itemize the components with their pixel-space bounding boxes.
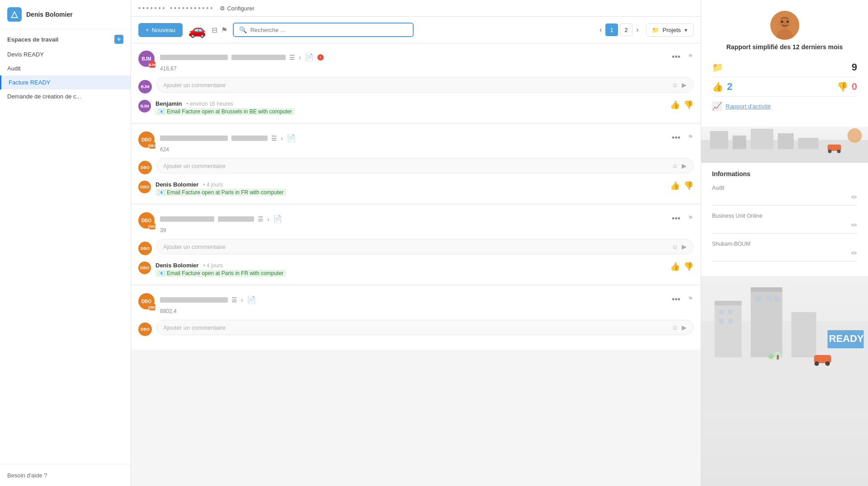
feed-item-title: ☰ › 📄 ••• bbox=[160, 212, 682, 225]
audit-edit-icon[interactable]: ✏ bbox=[851, 193, 857, 201]
more-options-button[interactable]: ••• bbox=[670, 212, 682, 225]
page-2-button[interactable]: 2 bbox=[620, 23, 632, 36]
thumbdown-icon[interactable]: 👎 bbox=[684, 262, 693, 271]
thumbup-icon[interactable]: 👍 bbox=[670, 181, 680, 191]
main-header: ••••••• ••••••••••• ⚙ Configurer bbox=[131, 0, 701, 17]
feed-item-content: ☰ › 📄 ••• 39 bbox=[160, 212, 682, 234]
comment-icons: ☺ ▶ bbox=[672, 81, 687, 89]
svg-point-3 bbox=[781, 21, 783, 23]
title-blurred-2 bbox=[231, 55, 286, 60]
page-1-button[interactable]: 1 bbox=[605, 23, 618, 36]
feed: BJM BJM ☰ › 📄 ! bbox=[131, 43, 701, 486]
more-options-button[interactable]: ••• bbox=[670, 293, 682, 306]
projects-dropdown[interactable]: 📁 Projets ▾ bbox=[646, 23, 693, 37]
comment-input[interactable]: Ajouter un commentaire ☺ ▶ bbox=[156, 158, 693, 173]
svg-rect-25 bbox=[767, 296, 772, 302]
svg-point-1 bbox=[779, 17, 790, 28]
commenter-avatar: DBO bbox=[138, 161, 152, 174]
svg-rect-6 bbox=[710, 131, 728, 149]
svg-point-11 bbox=[848, 128, 862, 143]
rapport-activite-button[interactable]: 📈 Rapport d'activité bbox=[712, 97, 857, 116]
send-icon[interactable]: ▶ bbox=[682, 81, 687, 89]
search-input[interactable] bbox=[250, 27, 407, 33]
flag-icon[interactable]: ⚑ bbox=[688, 133, 693, 140]
comment-input[interactable]: Ajouter un commentaire ☺ ▶ bbox=[156, 77, 693, 93]
new-button[interactable]: + Nouveau bbox=[138, 23, 183, 37]
list-icon[interactable]: ☰ bbox=[258, 215, 264, 223]
sidebar-username: Denis Bolomier bbox=[26, 11, 73, 18]
add-workspace-button[interactable]: + bbox=[114, 35, 123, 44]
more-options-button[interactable]: ••• bbox=[670, 51, 682, 64]
shubam-edit-icon[interactable]: ✏ bbox=[851, 249, 857, 257]
thumbup-icon[interactable]: 👍 bbox=[670, 262, 680, 271]
configure-button[interactable]: ⚙ Configurer bbox=[220, 5, 255, 12]
right-panel: Rapport simplifié des 12 derniers mois 📁… bbox=[701, 0, 868, 486]
stats-row-thumbs: 👍 2 👎 0 bbox=[712, 77, 857, 97]
sidebar-item-demande[interactable]: Demande de création de c... bbox=[0, 89, 131, 103]
avatar-container: DBO DBO bbox=[138, 212, 155, 229]
business-unit-edit-icon[interactable]: ✏ bbox=[851, 221, 857, 229]
plus-icon: + bbox=[146, 27, 149, 33]
flag-icon[interactable]: ⚑ bbox=[688, 214, 693, 221]
like-section: 👍 👎 bbox=[670, 100, 693, 110]
thumbdown-icon[interactable]: 👎 bbox=[684, 181, 693, 191]
send-icon[interactable]: ▶ bbox=[682, 243, 687, 250]
business-unit-label: Business Unit Online bbox=[712, 213, 857, 219]
filter-icon[interactable]: ⊟ bbox=[212, 26, 217, 34]
document-icon[interactable]: 📄 bbox=[305, 53, 314, 61]
document-icon[interactable]: 📄 bbox=[273, 215, 282, 223]
svg-rect-23 bbox=[751, 287, 783, 292]
feed-item-amount: 39 bbox=[160, 227, 682, 234]
help-link[interactable]: Besoin d'aide ? bbox=[7, 472, 47, 479]
document-icon[interactable]: 📄 bbox=[247, 295, 256, 304]
more-options-button[interactable]: ••• bbox=[670, 131, 682, 145]
avatar-container: BJM BJM bbox=[138, 51, 155, 67]
emoji-icon[interactable]: ☺ bbox=[672, 324, 678, 331]
svg-text:READY: READY bbox=[829, 333, 864, 344]
info-field-business-unit: Business Unit Online ✏ bbox=[712, 213, 857, 234]
sidebar-item-audit[interactable]: Audit bbox=[0, 61, 131, 75]
emoji-icon[interactable]: ☺ bbox=[672, 162, 678, 169]
avatar-badge: DBO bbox=[149, 142, 156, 149]
comment-input[interactable]: Ajouter un commentaire ☺ ▶ bbox=[156, 320, 693, 335]
svg-rect-26 bbox=[774, 296, 780, 302]
feed-item-content: ☰ › 📄 ••• 624 bbox=[160, 131, 682, 153]
document-icon[interactable]: 📄 bbox=[287, 134, 296, 142]
emoji-icon[interactable]: ☺ bbox=[672, 81, 678, 89]
avatar-badge: BJM bbox=[149, 61, 156, 68]
feed-item-content: ☰ › 📄 ••• 8802,4 bbox=[160, 293, 682, 314]
feed-item-amount: 416,67 bbox=[160, 65, 682, 72]
feed-item-content: ☰ › 📄 ! ••• 416,67 bbox=[160, 51, 682, 72]
comment-avatar: BJM bbox=[138, 100, 151, 112]
emoji-icon[interactable]: ☺ bbox=[672, 243, 678, 250]
thumbdown-icon[interactable]: 👎 bbox=[684, 100, 693, 110]
stat-folder: 📁 bbox=[712, 62, 723, 73]
next-page-button[interactable]: › bbox=[634, 24, 640, 36]
flag-icon[interactable]: ⚑ bbox=[688, 295, 693, 302]
feed-item-header: BJM BJM ☰ › 📄 ! bbox=[138, 51, 693, 72]
svg-point-13 bbox=[828, 150, 832, 153]
list-icon[interactable]: ☰ bbox=[289, 54, 295, 61]
comment-input[interactable]: Ajouter un commentaire ☺ ▶ bbox=[156, 239, 693, 254]
arrow-icon: › bbox=[299, 54, 301, 61]
title-blurred bbox=[160, 216, 214, 222]
svg-rect-20 bbox=[719, 319, 724, 323]
send-icon[interactable]: ▶ bbox=[682, 162, 687, 169]
list-icon[interactable]: ☰ bbox=[271, 135, 277, 142]
comment-icons: ☺ ▶ bbox=[672, 162, 687, 169]
sidebar-item-devis-ready[interactable]: Devis READY bbox=[0, 47, 131, 61]
list-icon[interactable]: ☰ bbox=[231, 296, 237, 304]
sidebar-footer: Besoin d'aide ? bbox=[0, 464, 131, 486]
thumbup-icon[interactable]: 👍 bbox=[670, 100, 680, 110]
informations-title: Informations bbox=[712, 170, 857, 178]
feed-item: BJM BJM ☰ › 📄 ! bbox=[131, 43, 701, 122]
bookmark-icon[interactable]: ⚑ bbox=[221, 26, 227, 34]
send-icon[interactable]: ▶ bbox=[682, 324, 687, 331]
prev-page-button[interactable]: ‹ bbox=[598, 24, 604, 36]
info-section: Informations Audit ✏ Business Unit Onlin… bbox=[701, 163, 868, 276]
arrow-icon: › bbox=[267, 215, 269, 223]
flag-icon[interactable]: ⚑ bbox=[688, 52, 693, 60]
sidebar-item-facture-ready[interactable]: Facture READY bbox=[0, 75, 131, 89]
svg-rect-24 bbox=[755, 296, 761, 302]
comment-input-row: BJM Ajouter un commentaire ☺ ▶ bbox=[138, 77, 693, 96]
